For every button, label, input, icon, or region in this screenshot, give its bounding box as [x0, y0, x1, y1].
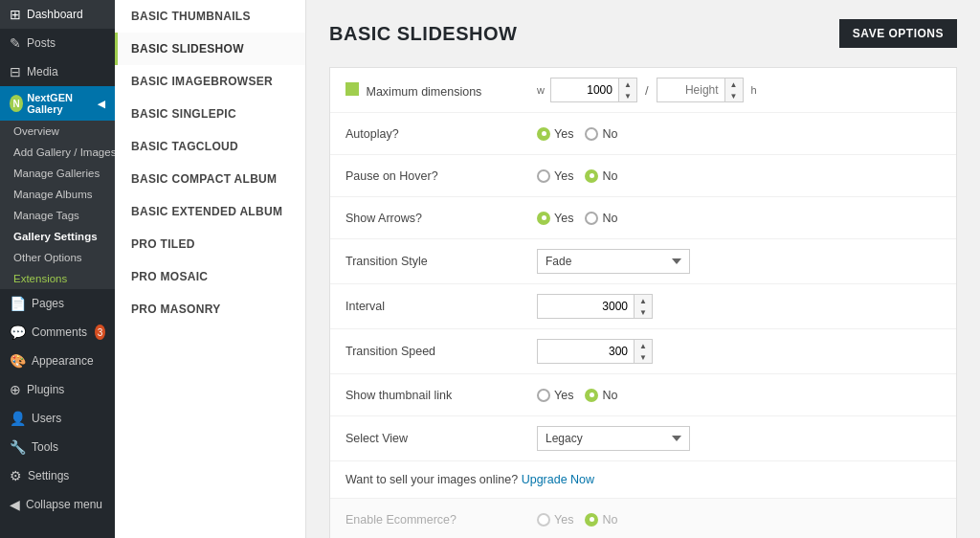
- gallery-menu-basic-slideshow[interactable]: BASIC SLIDESHOW: [115, 33, 305, 65]
- thumbnail-link-no-option[interactable]: No: [585, 389, 617, 402]
- submenu-add-gallery[interactable]: Add Gallery / Images: [0, 142, 115, 163]
- sidebar-item-label: Comments: [32, 325, 87, 339]
- pause-hover-yes-option[interactable]: Yes: [537, 169, 573, 183]
- sidebar-item-label: Tools: [32, 440, 58, 454]
- gallery-menu-basic-imagebrowser[interactable]: BASIC IMAGEBROWSER: [115, 65, 305, 98]
- height-up-button[interactable]: ▲: [725, 78, 743, 90]
- users-icon: 👤: [10, 411, 26, 426]
- gallery-menu-basic-thumbnails[interactable]: BASIC THUMBNAILS: [115, 0, 305, 33]
- ecommerce-yes-option[interactable]: Yes: [537, 513, 573, 527]
- transition-speed-label: Transition Speed: [345, 345, 537, 358]
- show-arrows-row: Show Arrows? Yes No: [330, 197, 956, 239]
- width-spinner[interactable]: ▲ ▼: [550, 78, 637, 102]
- gallery-menu-pro-tiled[interactable]: PRO TILED: [115, 228, 305, 260]
- appearance-icon: 🎨: [10, 353, 26, 369]
- gallery-menu-pro-mosaic[interactable]: PRO MOSAIC: [115, 260, 305, 293]
- gallery-menu-basic-singlepic[interactable]: BASIC SINGLEPIC: [115, 98, 305, 130]
- submenu-manage-galleries[interactable]: Manage Galleries: [0, 163, 115, 184]
- transition-style-control: Fade Slide None: [537, 249, 941, 274]
- height-unit-label: h: [751, 84, 757, 96]
- gallery-menu-pro-masonry[interactable]: PRO MASONRY: [115, 293, 305, 325]
- width-up-button[interactable]: ▲: [619, 78, 636, 90]
- ecommerce-no-radio[interactable]: [585, 513, 598, 527]
- autoplay-yes-option[interactable]: Yes: [537, 127, 573, 141]
- sidebar-item-nextgen[interactable]: N NextGEN Gallery ◀: [0, 86, 115, 121]
- posts-icon: ✎: [10, 35, 21, 51]
- submenu-overview[interactable]: Overview: [0, 121, 115, 142]
- gallery-menu-basic-extended-album[interactable]: BASIC EXTENDED ALBUM: [115, 195, 305, 228]
- thumbnail-link-yes-option[interactable]: Yes: [537, 389, 573, 402]
- sidebar-item-collapse[interactable]: ◀ Collapse menu: [0, 490, 115, 519]
- sidebar-item-label: Plugins: [27, 383, 64, 396]
- sidebar-item-label: Posts: [27, 36, 56, 50]
- submenu-manage-tags[interactable]: Manage Tags: [0, 205, 115, 226]
- sidebar-item-dashboard[interactable]: ⊞ Dashboard: [0, 0, 115, 29]
- submenu-other-options[interactable]: Other Options: [0, 247, 115, 268]
- sidebar-item-posts[interactable]: ✎ Posts: [0, 29, 115, 57]
- show-arrows-yes-option[interactable]: Yes: [537, 212, 573, 225]
- height-spinner[interactable]: ▲ ▼: [657, 78, 744, 102]
- save-options-button[interactable]: SAVE OPTIONS: [839, 19, 957, 48]
- transition-speed-input[interactable]: [538, 341, 634, 362]
- interval-row: Interval ▲ ▼: [330, 284, 956, 329]
- transition-speed-spinner-buttons: ▲ ▼: [634, 340, 652, 363]
- submenu-manage-albums[interactable]: Manage Albums: [0, 184, 115, 205]
- sidebar-item-plugins[interactable]: ⊕ Plugins: [0, 375, 115, 404]
- submenu-extensions[interactable]: Extensions: [0, 268, 115, 289]
- sidebar-item-appearance[interactable]: 🎨 Appearance: [0, 347, 115, 375]
- show-arrows-no-radio[interactable]: [585, 212, 598, 225]
- sidebar-item-comments[interactable]: 💬 Comments 3: [0, 318, 115, 347]
- interval-down-button[interactable]: ▼: [635, 306, 652, 318]
- dashboard-icon: ⊞: [10, 7, 21, 22]
- width-input[interactable]: [551, 79, 618, 101]
- sidebar-item-users[interactable]: 👤 Users: [0, 404, 115, 433]
- ecommerce-no-option[interactable]: No: [585, 513, 617, 527]
- width-down-button[interactable]: ▼: [619, 90, 636, 101]
- select-view-select[interactable]: Legacy Standard: [537, 426, 690, 451]
- gallery-type-menu: BASIC THUMBNAILS BASIC SLIDESHOW BASIC I…: [115, 0, 306, 538]
- ecommerce-yes-radio[interactable]: [537, 513, 550, 527]
- transition-speed-up-button[interactable]: ▲: [635, 340, 652, 351]
- transition-style-label: Transition Style: [345, 255, 537, 268]
- pause-hover-no-option[interactable]: No: [585, 169, 617, 183]
- height-input[interactable]: [657, 79, 724, 101]
- show-arrows-no-option[interactable]: No: [585, 212, 617, 225]
- gallery-menu-basic-compact-album[interactable]: BASIC COMPACT ALBUM: [115, 163, 305, 195]
- autoplay-radio-group: Yes No: [537, 127, 617, 141]
- sidebar-item-settings[interactable]: ⚙ Settings: [0, 461, 115, 490]
- thumbnail-link-yes-radio[interactable]: [537, 389, 550, 402]
- sidebar-item-label: Appearance: [32, 354, 94, 368]
- transition-speed-spinner[interactable]: ▲ ▼: [537, 339, 653, 364]
- sidebar-item-pages[interactable]: 📄 Pages: [0, 289, 115, 318]
- pause-hover-yes-radio[interactable]: [537, 169, 550, 183]
- max-dimensions-checkbox[interactable]: [345, 82, 359, 96]
- thumbnail-link-control: Yes No: [537, 389, 941, 402]
- pause-hover-no-radio[interactable]: [585, 169, 598, 183]
- interval-up-button[interactable]: ▲: [635, 295, 652, 306]
- sidebar-item-tools[interactable]: 🔧 Tools: [0, 433, 115, 461]
- autoplay-yes-radio[interactable]: [537, 127, 550, 141]
- show-arrows-yes-radio[interactable]: [537, 212, 550, 225]
- interval-input[interactable]: [538, 296, 634, 317]
- height-spinner-buttons: ▲ ▼: [724, 78, 743, 101]
- autoplay-no-radio[interactable]: [585, 127, 598, 141]
- gallery-menu-basic-tagcloud[interactable]: BASIC TAGCLOUD: [115, 130, 305, 163]
- sidebar: ⊞ Dashboard ✎ Posts ⊟ Media N NextGEN Ga…: [0, 0, 115, 538]
- interval-spinner[interactable]: ▲ ▼: [537, 294, 653, 319]
- height-down-button[interactable]: ▼: [725, 90, 743, 101]
- transition-speed-down-button[interactable]: ▼: [635, 351, 652, 363]
- thumbnail-link-no-radio[interactable]: [585, 389, 598, 402]
- autoplay-no-option[interactable]: No: [585, 127, 617, 141]
- width-spinner-buttons: ▲ ▼: [618, 78, 636, 101]
- submenu-gallery-settings[interactable]: Gallery Settings: [0, 226, 115, 247]
- main-header: BASIC SLIDESHOW SAVE OPTIONS: [329, 19, 957, 48]
- page-title: BASIC SLIDESHOW: [329, 23, 517, 45]
- sidebar-item-media[interactable]: ⊟ Media: [0, 57, 115, 86]
- upgrade-link[interactable]: Upgrade Now: [522, 473, 594, 486]
- interval-control: ▲ ▼: [537, 294, 941, 319]
- pause-hover-control: Yes No: [537, 169, 941, 183]
- pages-icon: 📄: [10, 296, 26, 311]
- transition-style-select[interactable]: Fade Slide None: [537, 249, 690, 274]
- collapse-icon: ◀: [10, 497, 20, 512]
- comments-badge: 3: [95, 325, 105, 340]
